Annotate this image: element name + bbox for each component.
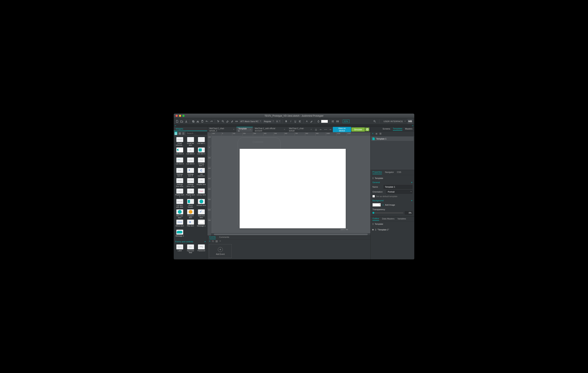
add-image-button[interactable]: + Add Image	[382, 203, 395, 206]
ruler-icon[interactable]	[235, 119, 239, 123]
save-icon[interactable]	[184, 119, 188, 123]
forward-icon[interactable]: ⋯	[323, 128, 328, 131]
transparency-slider[interactable]	[372, 213, 403, 213]
widgets-tab[interactable]: Widgets	[174, 127, 207, 131]
simulate-settings-icon[interactable]: ⚙	[365, 128, 369, 131]
widget-item[interactable]: Flagged item	[185, 209, 196, 219]
marker-icon[interactable]	[230, 119, 234, 123]
pencil-icon[interactable]	[310, 119, 313, 123]
minimize-window-button[interactable]	[179, 115, 181, 117]
widget-item[interactable]: List item 5	[174, 157, 185, 167]
widget-item[interactable]: 24-HourSettings hour time	[174, 178, 185, 188]
distribute-icon[interactable]	[336, 119, 339, 123]
template-item[interactable]: Template 1	[371, 137, 414, 141]
widget-item[interactable]: Album header	[185, 199, 196, 209]
eraser-icon[interactable]	[226, 119, 229, 123]
outline-tab[interactable]: Outline	[372, 217, 379, 221]
widget-item[interactable]: Text |Input text field	[185, 244, 196, 254]
widget-item[interactable]: Lorem ipsuList item with slide	[174, 199, 185, 209]
properties-tab[interactable]: Properties	[372, 171, 382, 174]
open-file-icon[interactable]	[180, 119, 184, 123]
document-tab[interactable]: WeChat-2_chat-actual_1×	[207, 127, 236, 132]
redo-icon[interactable]	[210, 119, 213, 123]
widget-item[interactable]: ***|Password	[196, 244, 207, 254]
copy-icon[interactable]	[191, 119, 195, 123]
close-tab-icon[interactable]: ×	[311, 128, 312, 130]
general-section-header[interactable]: General▾	[372, 180, 412, 184]
close-tab-icon[interactable]: ×	[250, 129, 251, 131]
widget-item[interactable]: ✉ LisSettings Item 2	[174, 167, 185, 178]
document-tab[interactable]: WeChat-2_chat-actual×	[287, 127, 314, 132]
widget-item[interactable]: Minus item	[174, 219, 185, 229]
align-icon[interactable]	[298, 119, 302, 123]
simulate-button[interactable]: Simulate	[351, 127, 365, 132]
document-tab[interactable]: Template 1×	[236, 127, 253, 132]
underline-icon[interactable]: U	[294, 119, 297, 123]
add-template-icon[interactable]: +	[372, 132, 374, 135]
widget-item[interactable]: Time ZoneSettings time zone	[185, 178, 196, 188]
widget-item[interactable]: Message 2	[174, 229, 185, 239]
name-input[interactable]	[384, 185, 412, 189]
cut-icon[interactable]	[196, 119, 200, 123]
widget-item[interactable]: List itemList item 6	[185, 157, 196, 167]
view-list-icon[interactable]: ▥	[174, 132, 177, 135]
fill-icon[interactable]	[316, 119, 320, 123]
close-tab-icon[interactable]: ×	[284, 128, 285, 130]
undo-icon[interactable]	[205, 119, 209, 123]
widget-item[interactable]: Type SoLabel	[174, 244, 185, 254]
widget-item[interactable]: MessMessage 1	[196, 219, 207, 229]
events-tab[interactable]: Events	[209, 236, 216, 239]
back-icon[interactable]: ←	[319, 128, 323, 131]
goto-icon[interactable]: →	[328, 128, 332, 131]
workspace-select[interactable]: USER INTERFACE	[382, 120, 406, 123]
add-event-button[interactable]: + Add Event	[209, 244, 232, 258]
bold-icon[interactable]: B	[284, 119, 288, 123]
view-grid-icon[interactable]: ⊞	[178, 132, 181, 135]
css-tab[interactable]: CSS	[397, 171, 401, 174]
orientation-select[interactable]: Portrait	[387, 190, 412, 194]
widget-item[interactable]: ≡ ShuPlaylist item	[196, 178, 207, 188]
new-file-icon[interactable]	[175, 119, 179, 123]
widget-item[interactable]: List item 1	[196, 137, 207, 147]
variables-tab[interactable]: Variables	[398, 218, 406, 221]
maximize-window-button[interactable]	[182, 115, 185, 117]
background-color-swatch[interactable]	[372, 203, 381, 207]
widget-item[interactable]: Off ›List item 3	[185, 147, 196, 157]
toolbar-search-icon[interactable]	[373, 119, 377, 123]
view-on-device-button[interactable]: View on device	[333, 127, 351, 133]
horizontal-scrollbar[interactable]	[211, 233, 370, 236]
artboard[interactable]	[240, 149, 346, 228]
user-avatar[interactable]: MB	[408, 119, 413, 124]
zoom-level[interactable]: 62%	[343, 120, 349, 123]
grid-view-icon[interactable]: ⊞	[379, 132, 381, 135]
navigator-tab[interactable]: Navigator	[385, 171, 394, 174]
visibility-icon[interactable]: ◉	[372, 228, 374, 231]
color-swatch[interactable]	[321, 120, 328, 123]
widget-item[interactable]: Email list item	[185, 137, 196, 147]
list-view-icon[interactable]: ≣	[376, 132, 378, 135]
data-masters-tab[interactable]: Data Masters	[382, 218, 394, 221]
templates-tab[interactable]: Templates	[393, 127, 402, 131]
document-tab[interactable]: WeChat-1_add official account×	[253, 127, 287, 132]
font-size-select[interactable]: 6	[275, 120, 281, 123]
copy-event-icon[interactable]: ⧉	[212, 239, 214, 243]
delete-event-icon[interactable]: ×	[219, 239, 221, 243]
comments-tab[interactable]: Comments	[219, 236, 229, 239]
widget-item[interactable]: Selected item	[196, 209, 207, 219]
widgets-list[interactable]: January 2Email informat...Email list ite…	[174, 135, 207, 259]
paste-event-icon[interactable]: ▦	[215, 239, 218, 243]
close-tab-icon[interactable]: ×	[233, 128, 234, 130]
widget-item[interactable]: Plus item	[185, 219, 196, 229]
default-template-checkbox[interactable]: Set as default template	[372, 194, 412, 198]
widget-item[interactable]: st item 1Playlist item 1	[174, 188, 185, 198]
widget-item[interactable]: Settings Item 3	[185, 167, 196, 178]
collapse-right-icon[interactable]: ⇥	[412, 124, 413, 127]
widget-item[interactable]: January 2Email informat...	[174, 137, 185, 147]
widget-item[interactable]: + 1:42Playlist item 2	[185, 188, 196, 198]
canvas[interactable]: 1024 x 768	[211, 135, 370, 233]
paste-icon[interactable]	[200, 119, 204, 123]
search-icon[interactable]	[221, 119, 225, 123]
home-icon[interactable]: ⌂	[314, 128, 318, 131]
align-objects-icon[interactable]	[331, 119, 335, 123]
background-section-header[interactable]: Background▾	[372, 198, 412, 203]
